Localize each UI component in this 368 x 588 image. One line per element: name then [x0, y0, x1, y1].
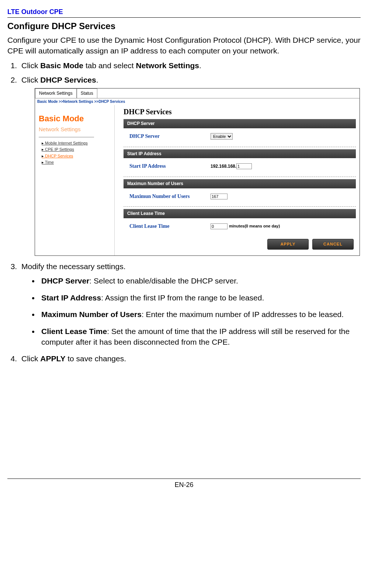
section-dhcp-server: DHCP Server DHCP Server Enable	[124, 119, 356, 144]
section-lease-time: Client Lease Time Client Lease Time minu…	[124, 209, 356, 234]
label-start-ip: Start IP Address	[129, 163, 211, 170]
button-row: APPLY CANCEL	[124, 236, 356, 250]
b1-bold: DHCP Server	[41, 276, 89, 285]
step-3: Modify the necessary settings. DHCP Serv…	[19, 261, 361, 347]
sidebar: Basic Mode Network Settings Mobile Inter…	[35, 105, 114, 255]
bullet-start-ip: Start IP Address: Assign the first IP fr…	[39, 292, 361, 303]
mode-title: Basic Mode	[39, 113, 111, 125]
ss-tabs: Network Settings Status	[35, 88, 360, 98]
step1-end: .	[199, 61, 201, 70]
tab-network-settings[interactable]: Network Settings	[35, 88, 77, 98]
menu-dhcp-services[interactable]: DHCP Services	[42, 153, 111, 159]
b2-bold: Start IP Address	[41, 293, 101, 302]
header-rule	[7, 17, 361, 18]
step2-end: .	[96, 76, 98, 84]
b4-bold: Client Lease Time	[41, 327, 107, 335]
b2-text: : Assign the first IP from the range to …	[101, 293, 264, 302]
section-header-dhcp: DHCP Server	[124, 119, 356, 128]
step1-bold2: Network Settings	[136, 61, 199, 70]
step4-pre: Click	[21, 354, 40, 363]
label-max-users: Maximun Number of Users	[129, 193, 211, 200]
separator	[124, 177, 356, 177]
label-lease-time: Client Lease Time	[129, 223, 211, 230]
step1-mid: tab and select	[83, 61, 136, 70]
b3-text: : Enter the maximum number of IP address…	[142, 310, 344, 319]
cancel-button[interactable]: CANCEL	[312, 239, 354, 250]
step3-text: Modify the necessary settings.	[21, 262, 125, 271]
section-header-lease-time: Client Lease Time	[124, 209, 356, 218]
section-start-ip: Start IP Address Start IP Address 192.16…	[124, 149, 356, 174]
page-number: EN-26	[7, 480, 361, 490]
section-title: Configure DHCP Services	[7, 20, 361, 32]
max-users-input[interactable]	[211, 194, 228, 199]
step-1: Click Basic Mode tab and select Network …	[19, 60, 361, 71]
menu-time[interactable]: Time	[42, 160, 111, 165]
label-dhcp-server: DHCP Server	[129, 133, 211, 140]
step4-bold: APPLY	[40, 354, 65, 363]
step1-bold1: Basic Mode	[40, 61, 83, 70]
step4-end: to save changes.	[65, 354, 126, 363]
section-header-max-users: Maximun Number of Users	[124, 179, 356, 188]
separator	[124, 147, 356, 147]
lease-time-input[interactable]	[211, 223, 228, 229]
dhcp-server-select[interactable]: Enable	[211, 133, 233, 140]
menu-divider	[39, 137, 94, 138]
ip-prefix: 192.168.168.	[211, 163, 236, 170]
step-2: Click DHCP Services. Network Settings St…	[19, 74, 361, 256]
step2-bold: DHCP Services	[40, 76, 96, 84]
section-max-users: Maximun Number of Users Maximun Number o…	[124, 179, 356, 204]
separator	[124, 206, 356, 207]
section-header-start-ip: Start IP Address	[124, 149, 356, 159]
step2-pre: Click	[21, 76, 40, 84]
start-ip-input[interactable]	[236, 163, 252, 169]
instruction-list: Click Basic Mode tab and select Network …	[7, 60, 361, 364]
mode-subtitle: Network Settings	[39, 125, 111, 133]
page-title: DHCP Services	[124, 107, 356, 117]
bullet-dhcp-server: DHCP Server: Select to enable/disable th…	[39, 275, 361, 286]
apply-button[interactable]: APPLY	[267, 239, 309, 250]
b3-bold: Maximum Number of Users	[41, 310, 142, 319]
main-panel: DHCP Services DHCP Server DHCP Server En…	[114, 105, 360, 255]
step-4: Click APPLY to save changes.	[19, 353, 361, 364]
lease-time-hint: minutes(0 means one day)	[229, 223, 280, 229]
breadcrumb: Basic Mode >>Network Settings >>DHCP Ser…	[35, 98, 360, 105]
settings-bullets: DHCP Server: Select to enable/disable th…	[21, 275, 361, 347]
menu-cpe-ip[interactable]: CPE IP Settings	[42, 147, 111, 152]
menu-mobile-internet[interactable]: Mobile Internet Settings	[42, 140, 111, 146]
ui-screenshot: Network Settings Status Basic Mode >>Net…	[35, 88, 360, 256]
bullet-lease-time: Client Lease Time: Set the amount of tim…	[39, 326, 361, 348]
bullet-max-users: Maximum Number of Users: Enter the maxim…	[39, 309, 361, 320]
intro-paragraph: Configure your CPE to use the Dynamic Ho…	[7, 35, 361, 56]
b1-text: : Select to enable/disable the DHCP serv…	[89, 276, 238, 285]
doc-header: LTE Outdoor CPE	[7, 7, 361, 17]
step1-pre: Click	[21, 61, 40, 70]
tab-status[interactable]: Status	[77, 88, 97, 98]
footer-rule	[7, 479, 361, 479]
